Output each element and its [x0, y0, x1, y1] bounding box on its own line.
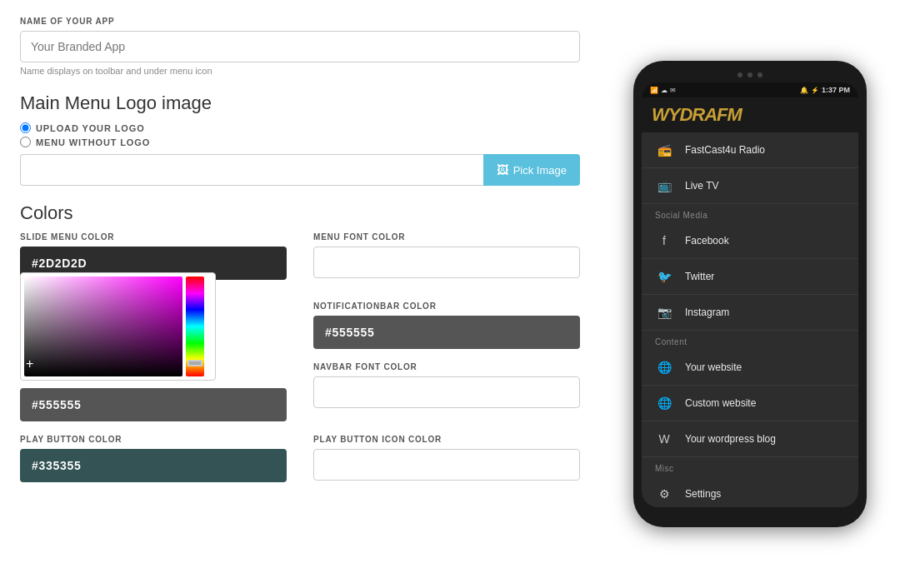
slide-menu-color-field: SLIDE MENU COLOR #2D2D2D + — [20, 232, 287, 421]
phone-screen: 📶 ☁ ✉ 🔔 ⚡ 1:37 PM WYDRAFM 📻FastCast4u Ra… — [642, 82, 858, 507]
menu-font-color-input[interactable]: #FFFFFF — [313, 247, 580, 278]
navbar-font-color-input[interactable]: #FFFFFF — [313, 376, 580, 408]
phone-mockup: 📶 ☁ ✉ 🔔 ⚡ 1:37 PM WYDRAFM 📻FastCast4u Ra… — [633, 61, 867, 527]
livetv-icon: 📺 — [655, 177, 673, 195]
play-button-icon-color-label: PLAY BUTTON ICON COLOR — [313, 435, 580, 444]
wordpress-label: Your wordpress blog — [685, 433, 776, 445]
bar-handle[interactable] — [186, 358, 204, 368]
phone-dot-2 — [748, 72, 752, 77]
menu-font-color-label: MENU FONT COLOR — [313, 232, 580, 242]
app-name-input[interactable] — [20, 31, 580, 62]
pick-image-label: Pick Image — [513, 164, 567, 177]
cloud-icon: ☁ — [661, 87, 668, 94]
menu-item-fastcast[interactable]: 📻FastCast4u Radio — [642, 132, 858, 168]
logo-section-title: Main Menu Logo image — [20, 92, 580, 114]
colors-section-title: Colors — [20, 202, 580, 224]
notification-icon: 🔔 — [800, 87, 808, 94]
status-icons-right: 🔔 ⚡ 1:37 PM — [800, 86, 850, 94]
yourwebsite-icon: 🌐 — [655, 358, 673, 376]
menu-item-wordpress[interactable]: WYour wordpress blog — [642, 421, 858, 457]
menu-item-yourwebsite[interactable]: 🌐Your website — [642, 350, 858, 386]
notificationbar-color-label: NOTIFICATIONBAR COLOR — [313, 301, 580, 311]
instagram-label: Instagram — [685, 306, 729, 318]
pick-image-button[interactable]: 🖼 Pick Image — [483, 154, 580, 186]
colors-grid: SLIDE MENU COLOR #2D2D2D + — [20, 232, 580, 482]
menu-item-settings[interactable]: ⚙Settings — [642, 476, 858, 507]
menu-item-livetv[interactable]: 📺Live TV — [642, 168, 858, 204]
status-bar: 📶 ☁ ✉ 🔔 ⚡ 1:37 PM — [642, 82, 858, 97]
color-gradient-picker[interactable]: + — [24, 277, 182, 376]
menu-without-logo-radio[interactable] — [20, 137, 31, 147]
menu-section-label: Content — [642, 331, 858, 350]
status-icons-left: 📶 ☁ ✉ — [650, 87, 676, 94]
upload-logo-label: UPLOAD YOUR LOGO — [36, 123, 145, 133]
play-button-color-swatch[interactable]: #335355 — [20, 449, 287, 482]
wifi-icon: 📶 — [650, 87, 658, 94]
settings-icon: ⚙ — [655, 485, 673, 503]
app-name-group: NAME OF YOUR APP Name displays on toolba… — [20, 17, 580, 76]
notificationbar-color-value: #555555 — [325, 326, 374, 339]
menu-item-facebook[interactable]: fFacebook — [642, 223, 858, 259]
color-bar-slider[interactable] — [186, 277, 204, 376]
color-picker-popup: + — [20, 272, 216, 381]
menu-without-logo-option[interactable]: MENU WITHOUT LOGO — [20, 137, 580, 147]
instagram-icon: 📷 — [655, 303, 673, 321]
livetv-label: Live TV — [685, 180, 718, 192]
customwebsite-icon: 🌐 — [655, 394, 673, 412]
phone-top-dots — [642, 72, 858, 77]
play-button-icon-color-input[interactable]: #FFFFFF — [313, 449, 580, 481]
upload-logo-radio[interactable] — [20, 122, 31, 133]
play-button-color-value: #335355 — [32, 459, 81, 472]
image-path-input[interactable] — [20, 154, 483, 186]
play-button-color-label: PLAY BUTTON COLOR — [20, 435, 287, 444]
menu-section-label: Misc — [642, 457, 858, 476]
app-header: WYDRAFM — [642, 97, 858, 132]
logo-radio-group: UPLOAD YOUR LOGO MENU WITHOUT LOGO — [20, 122, 580, 147]
fastcast-icon: 📻 — [655, 141, 673, 159]
menu-item-customwebsite[interactable]: 🌐Custom website — [642, 386, 858, 421]
app-logo: WYDRAFM — [652, 104, 742, 126]
customwebsite-label: Custom website — [685, 397, 756, 409]
phone-dot-3 — [758, 72, 762, 77]
app-name-hint: Name displays on toolbar and under menu … — [20, 66, 580, 76]
image-upload-row: 🖼 Pick Image — [20, 154, 580, 186]
menu-items-container: 📻FastCast4u Radio📺Live TVSocial MediafFa… — [642, 132, 858, 507]
status-time: 1:37 PM — [822, 86, 850, 94]
right-panel: 📶 ☁ ✉ 🔔 ⚡ 1:37 PM WYDRAFM 📻FastCast4u Ra… — [600, 0, 900, 588]
menu-content: 📻FastCast4u Radio📺Live TVSocial MediafFa… — [642, 132, 858, 507]
play-button-icon-color-field: PLAY BUTTON ICON COLOR #FFFFFF — [313, 435, 580, 482]
slide-menu-color-swatch-2[interactable]: #555555 — [20, 388, 287, 421]
logo-section: Main Menu Logo image UPLOAD YOUR LOGO ME… — [20, 92, 580, 186]
menu-item-twitter[interactable]: 🐦Twitter — [642, 259, 858, 295]
phone-dot-1 — [738, 72, 742, 77]
facebook-icon: f — [655, 232, 673, 250]
image-icon: 🖼 — [497, 163, 508, 177]
app-name-label: NAME OF YOUR APP — [20, 17, 580, 26]
play-button-color-field: PLAY BUTTON COLOR #335355 — [20, 435, 287, 482]
upload-logo-option[interactable]: UPLOAD YOUR LOGO — [20, 122, 580, 133]
menu-font-color-field: MENU FONT COLOR #FFFFFF NOTIFICATIONBAR … — [313, 232, 580, 421]
slide-menu-color-value: #2D2D2D — [32, 257, 87, 270]
wordpress-icon: W — [655, 430, 673, 448]
slide-menu-color-value-2: #555555 — [32, 398, 81, 411]
slide-menu-color-label: SLIDE MENU COLOR — [20, 232, 287, 242]
facebook-label: Facebook — [685, 235, 729, 247]
twitter-label: Twitter — [685, 271, 714, 282]
fastcast-label: FastCast4u Radio — [685, 144, 765, 156]
navbar-font-color-label: NAVBAR FONT COLOR — [313, 362, 580, 371]
battery-icon: ⚡ — [811, 87, 819, 94]
twitter-icon: 🐦 — [655, 267, 673, 286]
menu-section-label: Social Media — [642, 204, 858, 223]
colors-section: Colors SLIDE MENU COLOR #2D2D2D + — [20, 202, 580, 482]
menu-without-logo-label: MENU WITHOUT LOGO — [36, 137, 150, 147]
left-panel: NAME OF YOUR APP Name displays on toolba… — [0, 0, 600, 588]
notificationbar-color-swatch[interactable]: #555555 — [313, 316, 580, 349]
settings-label: Settings — [685, 488, 721, 500]
menu-item-instagram[interactable]: 📷Instagram — [642, 295, 858, 331]
yourwebsite-label: Your website — [685, 361, 742, 373]
mail-icon: ✉ — [670, 87, 676, 94]
